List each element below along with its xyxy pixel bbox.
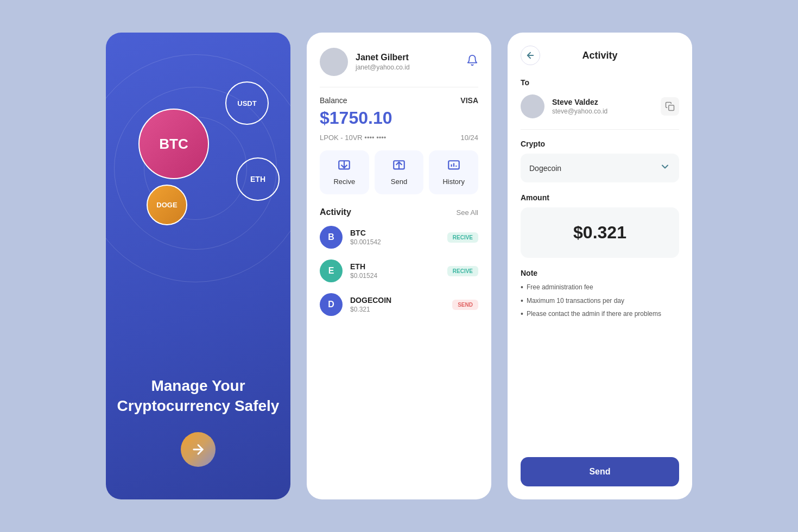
history-icon bbox=[447, 159, 461, 173]
balance-label: Balance bbox=[320, 96, 347, 105]
send-button[interactable]: Send bbox=[521, 457, 679, 486]
table-row: D DOGECOIN $0.321 SEND bbox=[320, 293, 478, 316]
visa-label: VISA bbox=[460, 96, 478, 105]
tx-name-doge: DOGECOIN bbox=[350, 296, 391, 305]
tx-amount-btc: $0.001542 bbox=[350, 238, 381, 246]
table-row: E ETH $0.01524 RECIVE bbox=[320, 259, 478, 282]
page-title: Activity bbox=[582, 50, 617, 61]
btc-icon: B bbox=[320, 226, 343, 249]
to-label: To bbox=[521, 78, 679, 87]
chevron-svg bbox=[660, 161, 670, 172]
circles-container: BTC USDT ETH DOGE bbox=[106, 33, 290, 315]
coin-btc: BTC bbox=[138, 109, 209, 179]
divider-1 bbox=[320, 87, 478, 87]
tx-badge-doge: SEND bbox=[452, 300, 478, 310]
profile-email: janet@yahoo.co.id bbox=[356, 64, 410, 71]
tx-amount-doge: $0.321 bbox=[350, 306, 391, 313]
table-row: B BTC $0.001542 RECIVE bbox=[320, 226, 478, 249]
card-expiry: 10/24 bbox=[460, 134, 478, 142]
list-item: Please contact the admin if there are pr… bbox=[521, 309, 679, 320]
tx-badge-eth: RECIVE bbox=[447, 266, 478, 276]
list-item: Free administration fee bbox=[521, 283, 679, 293]
activity-panel: Activity To Steve Valdez steve@yahoo.co.… bbox=[508, 33, 692, 499]
coin-usdt: USDT bbox=[225, 81, 269, 125]
copy-address-button[interactable] bbox=[661, 97, 679, 116]
recipient-avatar bbox=[521, 94, 544, 118]
amount-value: $0.321 bbox=[573, 223, 626, 242]
get-started-button[interactable] bbox=[181, 432, 216, 467]
profile-info: Janet Gilbert janet@yahoo.co.id bbox=[356, 53, 410, 71]
crypto-dropdown[interactable]: Dogecoin bbox=[521, 154, 679, 182]
arrow-right-icon bbox=[191, 442, 206, 457]
tx-amount-eth: $0.01524 bbox=[350, 272, 377, 280]
profile-name: Janet Gilbert bbox=[356, 53, 410, 62]
back-button[interactable] bbox=[521, 46, 540, 65]
send-label: Send bbox=[391, 178, 407, 186]
onboarding-text: Manage Your Cryptocurrency Safely bbox=[106, 376, 290, 416]
copy-icon bbox=[665, 102, 675, 111]
doge-icon: D bbox=[320, 293, 343, 316]
history-button[interactable]: History bbox=[429, 150, 478, 194]
history-label: History bbox=[442, 178, 464, 186]
send-button[interactable]: Send bbox=[375, 150, 424, 194]
crypto-selected: Dogecoin bbox=[529, 164, 561, 173]
bell-svg bbox=[466, 54, 478, 66]
recipient-email: steve@yahoo.co.id bbox=[552, 107, 607, 115]
list-item: Maximum 10 transactions per day bbox=[521, 296, 679, 307]
balance-amount: $1750.10 bbox=[320, 108, 478, 128]
amount-display: $0.321 bbox=[521, 207, 679, 258]
profile-left: Janet Gilbert janet@yahoo.co.id bbox=[320, 48, 410, 76]
crypto-label: Crypto bbox=[521, 140, 679, 148]
note-label: Note bbox=[521, 269, 679, 277]
onboarding-heading: Manage Your Cryptocurrency Safely bbox=[106, 376, 290, 416]
card-number-row: LPOK - 10VR •••• •••• 10/24 bbox=[320, 134, 478, 142]
eth-icon: E bbox=[320, 259, 343, 282]
tx-name-btc: BTC bbox=[350, 229, 381, 237]
onboarding-panel: BTC USDT ETH DOGE Manage Your Cryptocurr… bbox=[106, 33, 290, 499]
receive-icon bbox=[337, 159, 351, 173]
receive-label: Recive bbox=[333, 178, 355, 186]
action-buttons: Recive Send History bbox=[320, 150, 478, 194]
notification-bell-icon[interactable] bbox=[466, 54, 478, 69]
receive-button[interactable]: Recive bbox=[320, 150, 369, 194]
dashboard-panel: Janet Gilbert janet@yahoo.co.id Balance … bbox=[307, 33, 491, 499]
amount-label: Amount bbox=[521, 193, 679, 202]
see-all-link[interactable]: See All bbox=[457, 208, 478, 217]
tx-name-eth: ETH bbox=[350, 262, 377, 271]
recipient-row: Steve Valdez steve@yahoo.co.id bbox=[521, 94, 679, 118]
coin-doge: DOGE bbox=[147, 185, 187, 225]
card-number: LPOK - 10VR •••• •••• bbox=[320, 134, 386, 142]
activity-title: Activity bbox=[320, 207, 351, 217]
tx-badge-btc: RECIVE bbox=[447, 232, 478, 243]
svg-rect-10 bbox=[669, 105, 674, 111]
avatar bbox=[320, 48, 348, 76]
back-arrow-icon bbox=[525, 50, 535, 60]
activity-header: Activity See All bbox=[320, 207, 478, 217]
chevron-down-icon bbox=[660, 161, 670, 175]
note-list: Free administration fee Maximum 10 trans… bbox=[521, 283, 679, 323]
send-icon bbox=[392, 159, 406, 173]
activity-header-row: Activity bbox=[521, 46, 679, 65]
balance-row: Balance VISA bbox=[320, 96, 478, 105]
profile-row: Janet Gilbert janet@yahoo.co.id bbox=[320, 48, 478, 76]
divider-2 bbox=[521, 129, 679, 130]
coin-eth: ETH bbox=[236, 157, 280, 201]
recipient-name: Steve Valdez bbox=[552, 98, 607, 106]
